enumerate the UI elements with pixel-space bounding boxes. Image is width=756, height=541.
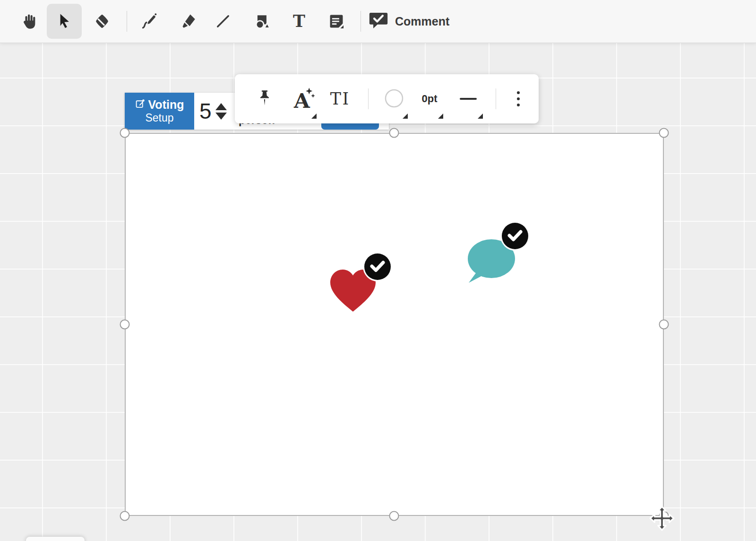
- text-tool-button[interactable]: T: [287, 9, 311, 34]
- selected-frame[interactable]: [125, 133, 664, 516]
- more-options-button[interactable]: [504, 74, 533, 123]
- svg-text:TI: TI: [330, 89, 350, 108]
- votes-count-value: 5: [199, 98, 212, 124]
- shapes-tool-button[interactable]: [250, 9, 275, 34]
- heart-vote-check-badge[interactable]: [364, 253, 391, 280]
- votes-stepper[interactable]: [215, 103, 227, 120]
- resize-handle-top-center[interactable]: [389, 128, 399, 138]
- line-icon: [215, 13, 232, 30]
- toolbar-divider: [127, 11, 127, 32]
- note-edit-icon: [135, 98, 145, 112]
- eraser-icon: [94, 13, 111, 30]
- svg-text:T: T: [293, 12, 305, 30]
- main-toolbar: T Comment: [0, 0, 756, 43]
- eraser-tool-button[interactable]: [90, 9, 114, 34]
- text-icon: T: [290, 12, 308, 30]
- resize-handle-bottom-left[interactable]: [120, 511, 130, 521]
- highlighter-tool-button[interactable]: [177, 9, 201, 34]
- board-canvas[interactable]: Voting Setup 5 person A TI: [0, 43, 756, 541]
- format-toolbar: A TI 0pt: [235, 74, 539, 123]
- check-icon: [364, 253, 391, 281]
- fill-color-icon: [384, 88, 404, 110]
- cursor-icon: [56, 13, 73, 30]
- text-style-button[interactable]: A: [289, 74, 319, 123]
- resize-handle-top-left[interactable]: [120, 128, 130, 138]
- border-width-value: 0pt: [422, 93, 438, 105]
- text-style-icon: A: [292, 87, 316, 111]
- resize-handle-bottom-right[interactable]: [659, 511, 669, 521]
- shapes-icon: [254, 12, 272, 30]
- line-style-icon: [460, 98, 477, 100]
- format-toolbar-divider: [368, 88, 369, 109]
- more-options-icon: [517, 91, 520, 106]
- border-width-button[interactable]: 0pt: [413, 74, 446, 123]
- sticky-note-tool-button[interactable]: [324, 9, 349, 34]
- hand-icon: [20, 13, 37, 30]
- sticky-note-icon: [327, 12, 345, 30]
- bubble-vote-check-badge[interactable]: [502, 223, 528, 249]
- stepper-down-icon[interactable]: [215, 113, 227, 120]
- comment-button[interactable]: Comment: [365, 7, 453, 36]
- dropdown-arrow-icon: [478, 113, 483, 119]
- dropdown-arrow-icon: [311, 113, 317, 119]
- text-size-button[interactable]: TI: [327, 74, 357, 123]
- dropdown-arrow-icon: [403, 113, 408, 119]
- select-tool-button[interactable]: [47, 4, 82, 39]
- stepper-up-icon[interactable]: [215, 103, 227, 110]
- resize-handle-bottom-center[interactable]: [389, 511, 399, 521]
- pen-tool-button[interactable]: [137, 9, 162, 34]
- pan-tool-button[interactable]: [17, 9, 41, 34]
- fill-color-button[interactable]: [379, 74, 409, 123]
- toolbar-divider: [361, 11, 361, 32]
- highlighter-icon: [180, 13, 198, 30]
- resize-handle-top-right[interactable]: [659, 128, 669, 138]
- line-tool-button[interactable]: [211, 9, 235, 34]
- resize-handle-middle-right[interactable]: [659, 320, 669, 330]
- comment-check-icon: [369, 12, 388, 31]
- format-toolbar-divider: [496, 88, 496, 109]
- line-style-button[interactable]: [453, 74, 483, 123]
- voting-title: Voting: [148, 98, 184, 112]
- dropdown-arrow-icon: [438, 113, 443, 119]
- pin-button[interactable]: [252, 74, 277, 123]
- pen-icon: [141, 13, 158, 30]
- comment-label: Comment: [395, 15, 449, 28]
- voting-subtitle: Setup: [145, 112, 173, 124]
- bottom-panel-peek: [26, 537, 85, 541]
- resize-handle-middle-left[interactable]: [120, 320, 130, 330]
- text-size-icon: TI: [329, 89, 355, 109]
- check-icon: [502, 222, 528, 250]
- pin-icon: [257, 88, 272, 110]
- voting-setup-badge[interactable]: Voting Setup: [125, 93, 194, 130]
